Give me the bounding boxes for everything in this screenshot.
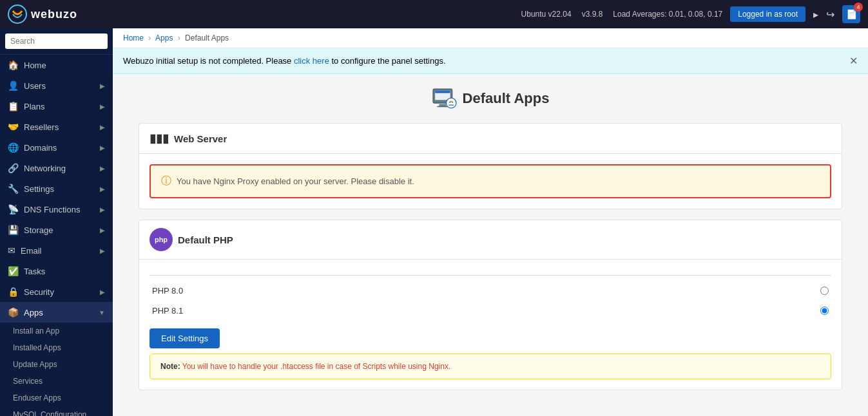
sidebar-item-users[interactable]: 👤 Users ▶ [0,75,113,96]
sidebar-item-networking[interactable]: 🔗 Networking ▶ [0,158,113,178]
sidebar-item-email[interactable]: ✉ Email ▶ [0,240,113,261]
settings-icon: 🔧 [8,184,19,194]
notification-count: 4 [854,3,863,12]
main-content: Home › Apps › Default Apps Webuzo initia… [113,28,868,416]
sidebar-item-label: Security [24,287,100,297]
sidebar-item-resellers[interactable]: 🤝 Resellers ▶ [0,117,113,137]
sidebar-item-label: Networking [24,164,100,173]
plans-icon: 📋 [8,101,19,111]
security-icon: 🔒 [8,287,19,297]
page-title-text: Default Apps [463,90,550,107]
sidebar-item-label: Storage [24,225,100,235]
sidebar-sub-label: Update Apps [13,360,57,369]
warning-text: You have Nginx Proxy enabled on your ser… [177,176,414,186]
breadcrumb-sep: › [178,33,180,43]
sidebar-item-label: Apps [24,308,99,317]
alert-after: to configure the panel settings. [329,56,446,66]
sidebar-item-settings[interactable]: 🔧 Settings ▶ [0,178,113,199]
breadcrumb-current: Default Apps [185,33,229,43]
svg-point-6 [446,98,456,108]
sidebar-item-label: Resellers [24,122,100,132]
php-81-radio[interactable] [820,307,829,315]
breadcrumb-apps[interactable]: Apps [155,33,173,43]
note-label: Note: [160,362,180,371]
alert-link[interactable]: click here [294,56,329,66]
svg-point-7 [450,100,452,102]
load-label: Load Averages: 0.01, 0.08, 0.17 [613,10,722,19]
web-server-icon: ▮▮▮ [149,131,169,146]
php-80-label: PHP 8.0 [152,286,183,296]
logout-icon[interactable]: ↪ [826,8,834,21]
logged-in-button[interactable]: Logged in as root [730,6,805,22]
sidebar-sub-label: MySQL Configuration [13,410,86,416]
svg-rect-4 [439,104,446,106]
php-81-row: PHP 8.1 [149,301,831,321]
chevron-icon: ▶ [100,124,105,131]
logo-text: webuzo [31,8,77,21]
sidebar-item-home[interactable]: 🏠 Home [0,55,113,75]
chevron-down-icon: ▼ [99,309,105,316]
sidebar-sub-enduser-apps[interactable]: Enduser Apps [0,390,113,406]
users-icon: 👤 [8,80,19,91]
sidebar-item-label: Users [24,81,100,91]
web-server-title: Web Server [174,133,227,144]
sidebar-item-dns[interactable]: 📡 DNS Functions ▶ [0,199,113,220]
sidebar-item-label: Tasks [24,267,105,276]
dns-icon: 📡 [8,204,19,214]
logo: webuzo [8,5,77,24]
sidebar-item-label: Home [24,61,105,70]
sidebar-item-apps[interactable]: 📦 Apps ▼ [0,302,113,323]
resellers-icon: 🤝 [8,122,19,132]
php-80-row: PHP 8.0 [149,281,831,301]
php-80-radio[interactable] [820,287,829,295]
web-server-body: ⓘ You have Nginx Proxy enabled on your s… [139,154,842,209]
breadcrumb: Home › Apps › Default Apps [113,28,868,48]
php-card: php Default PHP PHP 8.0 PHP 8.1 Edit Set… [139,220,842,390]
page-title: Default Apps [139,87,842,110]
edit-settings-button[interactable]: Edit Settings [149,328,220,348]
svg-rect-3 [435,91,450,93]
chevron-icon: ▶ [100,165,105,172]
chevron-icon: ▶ [100,185,105,193]
sidebar-sub-label: Install an App [13,326,59,336]
alert-banner: Webuzo initial setup is not completed. P… [113,48,868,74]
sidebar-sub-label: Installed Apps [13,343,61,352]
breadcrumb-home[interactable]: Home [123,33,144,43]
sidebar-sub-update-apps[interactable]: Update Apps [0,356,113,373]
domains-icon: 🌐 [8,142,19,153]
sidebar: 🏠 Home 👤 Users ▶ 📋 Plans ▶ 🤝 Resellers ▶… [0,28,113,416]
sidebar-item-plans[interactable]: 📋 Plans ▶ [0,96,113,117]
chevron-icon: ▶ [100,144,105,151]
sidebar-sub-services[interactable]: Services [0,373,113,390]
sidebar-sub-label: Enduser Apps [13,393,61,402]
chevron-icon: ▶ [100,247,105,254]
note-text: You will have to handle your .htaccess f… [180,362,451,371]
topbar-info: Ubuntu v22.04 v3.9.8 Load Averages: 0.01… [521,10,723,19]
sidebar-item-domains[interactable]: 🌐 Domains ▶ [0,137,113,158]
alert-message: Webuzo initial setup is not completed. P… [123,56,446,66]
alert-close-button[interactable]: ✕ [849,55,858,67]
svg-rect-5 [437,106,448,108]
sidebar-item-tasks[interactable]: ✅ Tasks [0,261,113,281]
sidebar-item-storage[interactable]: 💾 Storage ▶ [0,220,113,240]
php-icon: php [149,228,173,251]
notification-badge[interactable]: 📄 4 [842,5,860,23]
topbar: webuzo Ubuntu v22.04 v3.9.8 Load Average… [0,0,868,28]
content-area: Default Apps ▮▮▮ Web Server ⓘ You have N… [113,74,868,416]
version-label: v3.9.8 [582,10,603,19]
sidebar-sub-mysql-config[interactable]: MySQL Configuration [0,406,113,416]
sidebar-search-container [0,28,113,55]
home-icon: 🏠 [8,60,19,70]
sidebar-sub-install-app[interactable]: Install an App [0,323,113,339]
sidebar-item-label: Settings [24,184,100,194]
email-icon: ✉ [8,245,15,256]
note-box: Note: You will have to handle your .htac… [149,354,831,379]
search-input[interactable] [5,33,108,49]
terminal-icon[interactable]: ▸ [813,8,818,21]
web-server-header: ▮▮▮ Web Server [139,124,842,154]
warning-box: ⓘ You have Nginx Proxy enabled on your s… [149,164,831,198]
php-81-label: PHP 8.1 [152,306,183,316]
storage-icon: 💾 [8,225,19,235]
sidebar-item-security[interactable]: 🔒 Security ▶ [0,281,113,302]
sidebar-sub-installed-apps[interactable]: Installed Apps [0,339,113,356]
